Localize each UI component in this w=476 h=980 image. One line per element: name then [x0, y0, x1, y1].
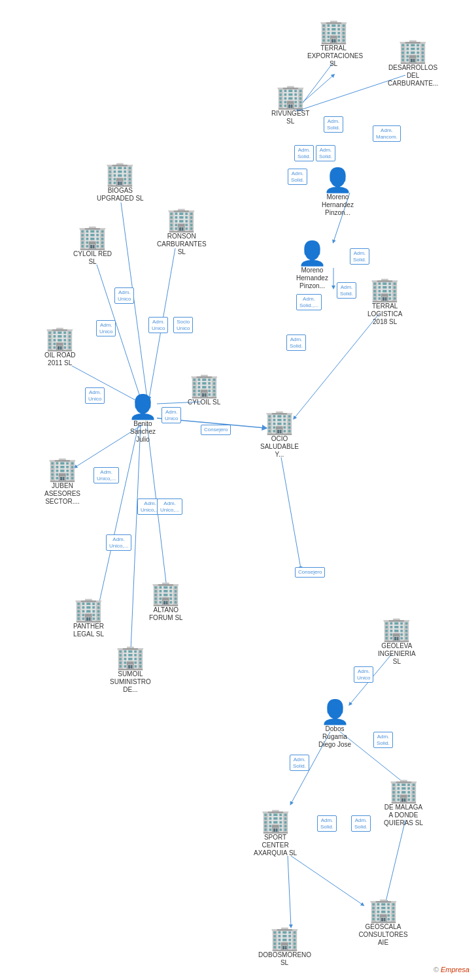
cyloil-red-node: 🏢 CYLOIL REDSL	[73, 225, 112, 266]
badge-adm-solid-2[interactable]: Adm.Solid.	[294, 145, 314, 161]
company-icon: 🏢	[151, 581, 180, 605]
benito-node: 👤 BenitoSanchezJulio	[128, 395, 158, 444]
badge-adm-unico-dots-4[interactable]: Adm.Unico,...	[106, 534, 131, 551]
moreno2-label: MorenoHernandezPinzon...	[296, 267, 328, 290]
juben-node: 🏢 JUBENASESORESSECTOR....	[44, 457, 80, 506]
badge-adm-unico-dots-1[interactable]: Adm.Unico,...	[94, 467, 119, 483]
company-icon: 🏢	[276, 85, 305, 108]
dobos-label: DobosRugamaDiego Jose	[318, 725, 351, 749]
svg-line-22	[386, 820, 405, 902]
person-icon: 👤	[323, 169, 352, 192]
sport-center-label: SPORTCENTERAXARQUIA SL	[254, 834, 297, 857]
moreno2-node: 👤 MorenoHernandezPinzon...	[296, 242, 328, 290]
badge-adm-unico-geoleva[interactable]: Adm.Unico	[354, 666, 373, 683]
svg-line-14	[131, 425, 141, 650]
badge-adm-solid-7[interactable]: Adm.Solid.	[286, 335, 306, 351]
badge-adm-unico-3[interactable]: Adm.Unico	[148, 317, 168, 333]
company-icon: 🏢	[382, 617, 411, 641]
badge-adm-solid-5[interactable]: Adm.Solid.	[350, 248, 369, 265]
svg-line-21	[288, 856, 291, 926]
sumoil-node: 🏢 SUMOILSUMINISTRODE...	[110, 645, 151, 694]
copyright: © Empresa	[434, 966, 469, 973]
company-icon: 🏢	[167, 208, 196, 231]
company-icon: 🏢	[319, 20, 348, 43]
badge-adm-solid-dots[interactable]: Adm.Solid.,...	[296, 294, 322, 310]
badge-adm-solid-3[interactable]: Adm.Solid.	[316, 145, 335, 161]
ronson-label: RONSONCARBURANTESSL	[157, 233, 207, 256]
ronson-node: 🏢 RONSONCARBURANTESSL	[157, 208, 207, 256]
ocio-node: 🏢 OCIOSALUDABLEY...	[260, 410, 299, 459]
svg-line-15	[98, 425, 139, 608]
company-icon-red: 🏢	[265, 410, 294, 434]
badge-adm-solid-sport-1[interactable]: Adm.Solid.	[317, 815, 337, 832]
sumoil-label: SUMOILSUMINISTRODE...	[110, 670, 151, 694]
company-icon: 🏢	[261, 809, 290, 832]
dobosmoreno-node: 🏢 DOBOSMORENO SL	[258, 926, 311, 967]
badge-adm-solid-1[interactable]: Adm.Solid.	[324, 116, 343, 133]
juben-label: JUBENASESORESSECTOR....	[44, 482, 80, 506]
desarrollos-label: DESARROLLOSDELCARBURANTE...	[388, 64, 438, 88]
oil-road-node: 🏢 OIL ROAD2011 SL	[44, 327, 75, 367]
network-diagram: 🏢 TERRALEXPORTACIONESSL 🏢 DESARROLLOSDEL…	[0, 0, 476, 980]
badge-adm-unico-1[interactable]: Adm.Unico	[114, 287, 134, 304]
panther-label: PANTHERLEGAL SL	[73, 623, 104, 638]
terral-log-label: TERRALLOGISTICA2018 SL	[367, 302, 402, 326]
cyloil-sl-node: 🏢 CYLOIL SL	[188, 374, 220, 406]
rivungest-label: RIVUNGESTSL	[271, 110, 309, 125]
company-icon: 🏢	[369, 898, 398, 922]
cyloil-red-label: CYLOIL REDSL	[73, 250, 112, 266]
badge-consejero-2[interactable]: Consejero	[295, 567, 325, 578]
benito-label: BenitoSanchezJulio	[130, 420, 156, 444]
person-icon: 👤	[298, 242, 327, 265]
person-icon: 👤	[320, 700, 350, 724]
company-icon: 🏢	[398, 39, 428, 63]
badge-adm-solid-4[interactable]: Adm.Solid.	[288, 169, 307, 185]
badge-consejero-1[interactable]: Consejero	[201, 425, 231, 435]
ocio-label: OCIOSALUDABLEY...	[260, 435, 299, 459]
geoscala-label: GEOSCALACONSULTORES AIE	[357, 923, 409, 947]
svg-line-16	[281, 457, 301, 568]
dobos-node: 👤 DobosRugamaDiego Jose	[318, 700, 351, 749]
company-icon: 🏢	[105, 162, 135, 186]
badge-adm-unico-2[interactable]: Adm.Unico	[96, 320, 116, 336]
company-icon: 🏢	[116, 645, 145, 669]
badge-socio-unico[interactable]: SocioUnico	[173, 317, 193, 333]
company-icon: 🏢	[74, 598, 103, 621]
badge-adm-unico-5[interactable]: Adm.Unico	[162, 407, 181, 423]
person-icon: 👤	[128, 395, 158, 419]
company-icon: 🏢	[78, 225, 107, 249]
de-malaga-label: DE MALAGAA DONDEQUIERAS SL	[384, 804, 423, 827]
badge-adm-solid-dobos-2[interactable]: Adm.Solid.	[290, 755, 309, 771]
cyloil-sl-label: CYLOIL SL	[188, 399, 220, 406]
terral-log-node: 🏢 TERRALLOGISTICA2018 SL	[367, 278, 402, 326]
terral-exportaciones-node: 🏢 TERRALEXPORTACIONESSL	[307, 20, 360, 68]
company-icon: 🏢	[370, 278, 400, 301]
biogas-node: 🏢 BIOGASUPGRADED SL	[97, 162, 144, 203]
badge-adm-solid-sport-2[interactable]: Adm.Solid.	[351, 815, 371, 832]
company-icon: 🏢	[270, 926, 299, 950]
geoscala-node: 🏢 GEOSCALACONSULTORES AIE	[357, 898, 409, 947]
panther-node: 🏢 PANTHERLEGAL SL	[73, 598, 104, 638]
badge-adm-mancom[interactable]: Adm.Mancom.	[373, 125, 401, 142]
badge-adm-unico-4[interactable]: Adm.Unico	[85, 387, 105, 404]
geoleva-node: 🏢 GEOLEVAINGENIERIASL	[378, 617, 416, 666]
svg-line-20	[291, 856, 363, 905]
desarrollos-node: 🏢 DESARROLLOSDELCARBURANTE...	[388, 39, 438, 88]
oil-road-label: OIL ROAD2011 SL	[44, 351, 75, 367]
company-icon: 🏢	[48, 457, 77, 481]
badge-adm-solid-dobos-1[interactable]: Adm.Solid.	[373, 732, 393, 748]
moreno1-node: 👤 MorenoHernandezPinzon...	[322, 169, 354, 217]
altano-label: ALTANOFORUM SL	[149, 606, 183, 622]
biogas-label: BIOGASUPGRADED SL	[97, 187, 144, 203]
badge-adm-solid-6[interactable]: Adm.Solid.	[337, 282, 356, 299]
geoleva-label: GEOLEVAINGENIERIASL	[378, 642, 416, 666]
terral-exportaciones-label: TERRALEXPORTACIONESSL	[307, 44, 360, 68]
moreno1-label: MorenoHernandezPinzon...	[322, 193, 354, 217]
company-icon: 🏢	[45, 327, 75, 350]
badge-adm-unico-dots-3[interactable]: Adm.Unico,...	[157, 498, 182, 515]
company-icon: 🏢	[389, 779, 418, 802]
altano-node: 🏢 ALTANOFORUM SL	[149, 581, 183, 622]
dobosmoreno-label: DOBOSMORENO SL	[258, 951, 311, 967]
company-icon: 🏢	[190, 374, 219, 397]
svg-line-5	[294, 314, 379, 418]
